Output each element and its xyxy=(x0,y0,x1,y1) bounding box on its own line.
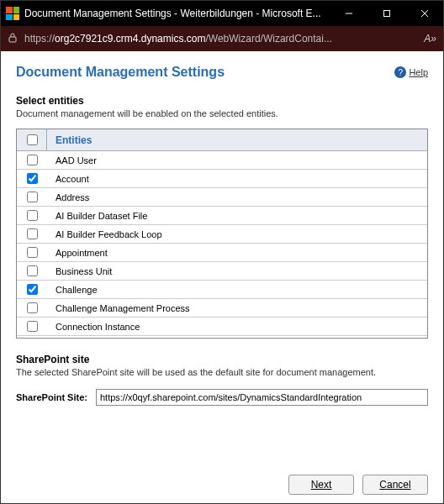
entity-label[interactable]: AI Builder Dataset File xyxy=(47,211,427,221)
entity-checkbox[interactable] xyxy=(27,284,38,295)
select-entities-heading: Select entities xyxy=(16,95,428,107)
next-button-label: Next xyxy=(311,479,332,491)
entity-checkbox[interactable] xyxy=(27,210,38,221)
table-row: Address xyxy=(17,188,427,207)
row-checkbox-cell xyxy=(17,300,47,316)
sharepoint-site-label: SharePoint Site: xyxy=(16,392,87,402)
url-prefix: https:// xyxy=(24,33,55,45)
row-checkbox-cell xyxy=(17,152,47,168)
help-icon: ? xyxy=(394,66,406,78)
row-checkbox-cell xyxy=(17,207,47,223)
row-checkbox-cell xyxy=(17,244,47,260)
entities-header-row: Entities xyxy=(17,129,427,151)
row-checkbox-cell xyxy=(17,171,47,186)
table-row: Challenge xyxy=(17,281,427,299)
table-row: Appointment xyxy=(17,244,427,262)
entity-label[interactable]: Appointment xyxy=(47,248,427,258)
entity-checkbox[interactable] xyxy=(27,228,38,239)
table-row: Challenge Management Process xyxy=(17,299,427,318)
row-checkbox-cell xyxy=(17,263,47,279)
next-button[interactable]: Next xyxy=(288,475,354,495)
select-all-checkbox[interactable] xyxy=(27,134,38,145)
svg-rect-4 xyxy=(9,37,16,42)
page-content: Document Management Settings ? Help Sele… xyxy=(1,51,443,503)
wizard-footer: Next Cancel xyxy=(16,465,428,495)
entity-checkbox[interactable] xyxy=(27,302,38,313)
table-row: Account xyxy=(17,170,427,188)
cancel-button[interactable]: Cancel xyxy=(362,475,428,495)
page-header: Document Management Settings ? Help xyxy=(16,65,428,80)
entity-checkbox[interactable] xyxy=(27,192,38,202)
sharepoint-site-row: SharePoint Site: xyxy=(16,389,428,406)
table-row: AI Builder Dataset File xyxy=(17,207,427,225)
entity-label[interactable]: AAD User xyxy=(47,155,427,165)
url-domain: org2c7921c9.crm4.dynamics.com xyxy=(55,33,205,45)
entities-scroll-area[interactable]: AAD UserAccountAddressAI Builder Dataset… xyxy=(17,151,427,338)
entity-label[interactable]: Account xyxy=(47,174,427,184)
entity-label[interactable]: Challenge Management Process xyxy=(47,303,427,313)
help-link[interactable]: ? Help xyxy=(394,66,428,78)
help-label: Help xyxy=(409,67,428,77)
microsoft-icon xyxy=(6,7,19,20)
cancel-button-label: Cancel xyxy=(379,479,410,491)
reader-mode-icon[interactable]: A» xyxy=(424,33,436,45)
table-row: AI Builder Feedback Loop xyxy=(17,225,427,244)
entity-label[interactable]: Business Unit xyxy=(47,266,427,276)
window-minimize-button[interactable] xyxy=(330,1,367,26)
entity-checkbox[interactable] xyxy=(27,265,38,276)
window-maximize-button[interactable] xyxy=(367,1,405,26)
entity-label[interactable]: Connection Instance xyxy=(47,322,427,332)
sharepoint-site-input[interactable] xyxy=(96,389,428,406)
url-text[interactable]: https://org2c7921c9.crm4.dynamics.com/We… xyxy=(24,33,417,45)
sharepoint-description: The selected SharePoint site will be use… xyxy=(16,367,428,377)
sharepoint-heading: SharePoint site xyxy=(16,354,428,365)
entities-column-header[interactable]: Entities xyxy=(47,134,92,146)
entity-checkbox[interactable] xyxy=(27,247,38,258)
entity-label[interactable]: Address xyxy=(47,192,427,202)
url-path: /WebWizard/WizardContai... xyxy=(205,33,332,45)
page-title: Document Management Settings xyxy=(16,65,225,80)
row-checkbox-cell xyxy=(17,318,47,334)
window-close-button[interactable] xyxy=(405,1,443,26)
entity-checkbox[interactable] xyxy=(27,321,38,332)
entity-checkbox[interactable] xyxy=(27,173,38,184)
select-all-cell xyxy=(17,129,47,150)
entities-table: Entities AAD UserAccountAddressAI Builde… xyxy=(16,129,428,339)
entity-checkbox[interactable] xyxy=(27,155,38,165)
row-checkbox-cell xyxy=(17,281,47,297)
table-row: Business Unit xyxy=(17,262,427,281)
window-titlebar: Document Management Settings - Weiterbil… xyxy=(1,1,443,26)
lock-icon xyxy=(8,32,18,46)
table-row: AAD User xyxy=(17,151,427,170)
dialog-window: Document Management Settings - Weiterbil… xyxy=(0,0,444,504)
table-row: Connection Instance xyxy=(17,318,427,336)
address-bar: https://org2c7921c9.crm4.dynamics.com/We… xyxy=(1,26,443,51)
svg-rect-1 xyxy=(383,11,389,17)
entity-label[interactable]: AI Builder Feedback Loop xyxy=(47,229,427,239)
window-title: Document Management Settings - Weiterbil… xyxy=(24,8,330,19)
row-checkbox-cell xyxy=(17,189,47,205)
entity-label[interactable]: Challenge xyxy=(47,285,427,295)
select-entities-description: Document management will be enabled on t… xyxy=(16,108,428,118)
row-checkbox-cell xyxy=(17,226,47,242)
